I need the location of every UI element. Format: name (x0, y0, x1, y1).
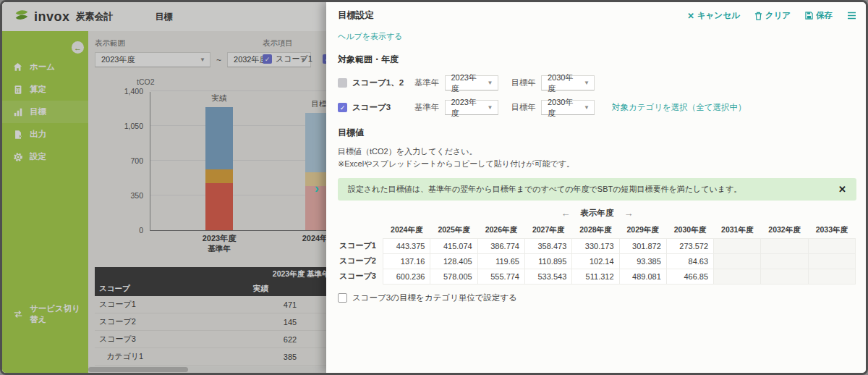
scope12-label: スコープ1、2 (352, 77, 414, 88)
expand-panel-chevron[interactable]: › (315, 182, 319, 195)
target-value-cell[interactable]: 511.312 (572, 269, 619, 284)
sidebar-item-output[interactable]: 出力 (2, 123, 88, 146)
sidebar-item-home[interactable]: ホーム (2, 56, 88, 78)
target-value-cell[interactable]: 110.895 (524, 253, 571, 269)
year-column-header: 2031年度 (714, 223, 761, 239)
year-column-header: 2027年度 (524, 223, 571, 239)
target-value-cell[interactable]: 102.14 (572, 253, 619, 269)
cell-value (301, 296, 326, 313)
chart-content-area: 表示範囲 2023年度 ▼ ~ 2032年度 ▼ 表示項目 (88, 31, 326, 373)
collapse-sidebar-button[interactable]: ← (72, 41, 84, 54)
target-value-cell[interactable]: 119.65 (477, 253, 524, 269)
y-axis-tick: 350 (98, 191, 143, 200)
range-from-select[interactable]: 2023年度 ▼ (95, 52, 210, 67)
target-value-cell[interactable] (714, 269, 761, 284)
year-column-header: 2024年度 (383, 223, 430, 239)
bar-value-label: 実績 (197, 93, 241, 104)
target-value-cell[interactable]: 330.173 (572, 238, 619, 253)
help-link[interactable]: ヘルプを表示する (338, 31, 403, 42)
target-value-cell[interactable]: 533.543 (524, 269, 571, 284)
y-axis-tick: 1,050 (98, 122, 143, 130)
row-label: スコープ1 (95, 296, 221, 313)
target-value-cell[interactable] (761, 269, 808, 284)
sbt-success-banner: 設定された目標値は、基準年の翌年から目標年までのすべての年度でSBTの短期目標要… (338, 178, 856, 201)
gridline (150, 125, 326, 126)
banner-close-icon[interactable]: ✕ (838, 184, 846, 195)
year-nav-right-arrow-icon[interactable]: → (624, 208, 634, 219)
target-value-cell[interactable]: 301.872 (619, 238, 666, 253)
sidebar-item-settings[interactable]: 設定 (2, 146, 88, 168)
row-label: スコープ2 (95, 313, 221, 331)
scope12-target-year-select[interactable]: 2030年度 ▼ (541, 75, 595, 90)
panel-menu-button[interactable] (847, 12, 856, 20)
scope3-category-checkbox[interactable] (338, 293, 347, 303)
sidebar-item-target[interactable]: 目標 (2, 101, 88, 123)
top-navbar: invox 炭素会計 目標 (2, 2, 326, 31)
bar-2024年度: 目標 (305, 91, 326, 230)
sidebar-item-label: 設定 (30, 151, 46, 162)
target-value-cell[interactable]: 415.074 (430, 238, 477, 253)
year-nav-label: 表示年度 (581, 208, 614, 219)
sidebar-item-label: サービス切り替え (30, 303, 88, 325)
target-value-cell[interactable] (808, 269, 855, 284)
scope12-base-year-select[interactable]: 2023年度 ▼ (445, 75, 498, 90)
target-value-cell[interactable] (761, 253, 808, 269)
clear-button[interactable]: クリア (754, 10, 791, 21)
left-region: invox 炭素会計 目標 ← ホーム 算定 (2, 2, 326, 373)
target-value-cell[interactable] (808, 253, 855, 269)
scope1-filter-checkbox[interactable]: ✓ スコープ1 (263, 54, 312, 64)
target-value-cell[interactable]: 273.572 (666, 238, 713, 253)
x-axis-label: 2023年度基準年 (184, 233, 254, 254)
table-row: スコープ3600.236578.005555.774533.543511.312… (338, 269, 856, 284)
sidebar-item-calculation[interactable]: 算定 (2, 78, 88, 101)
corner-cell (338, 223, 383, 239)
bar-segment-スコープ3 (205, 107, 233, 169)
cell-value: 145 (221, 313, 302, 331)
target-value-cell[interactable]: 358.473 (524, 238, 571, 253)
horizontal-scrollbar[interactable] (88, 366, 326, 373)
target-value-cell[interactable]: 489.081 (619, 269, 666, 284)
target-value-cell[interactable] (808, 238, 855, 253)
scrollbar-thumb[interactable] (88, 367, 188, 372)
base-year-label: 基準年 (414, 102, 440, 113)
scope12-checkbox[interactable] (338, 78, 347, 88)
values-table-head: 2024年度2025年度2026年度2027年度2028年度2029年度2030… (338, 223, 856, 239)
target-value-cell[interactable]: 84.63 (666, 253, 713, 269)
sidebar-item-service-switch[interactable]: サービス切り替え (2, 298, 88, 331)
target-value-cell[interactable]: 466.85 (666, 269, 713, 284)
y-axis-tick: 700 (98, 156, 143, 165)
target-value-cell[interactable]: 93.385 (619, 253, 666, 269)
scope3-target-year-select[interactable]: 2030年度 ▼ (541, 100, 595, 115)
brand-logo[interactable]: invox 炭素会計 (14, 7, 114, 26)
select-categories-link[interactable]: 対象カテゴリを選択（全て選択中） (612, 102, 746, 113)
scope3-base-year-select[interactable]: 2023年度 ▼ (445, 100, 498, 115)
caret-down-icon: ▼ (584, 80, 590, 86)
target-value-cell[interactable] (714, 238, 761, 253)
scope-summary-table-wrap: 2023年度 基準年2024年度スコープ実績目標実績目標 スコープ1471443… (95, 267, 326, 373)
summary-group-header (95, 267, 221, 282)
target-value-cell[interactable]: 137.16 (383, 253, 430, 269)
target-value-cell[interactable]: 578.005 (430, 269, 477, 284)
target-value-cell[interactable] (714, 253, 761, 269)
caret-down-icon: ▼ (584, 104, 590, 111)
target-value-cell[interactable]: 600.236 (383, 269, 430, 284)
target-value-cell[interactable]: 443.375 (383, 238, 430, 253)
save-button[interactable]: 保存 (805, 10, 833, 21)
row-label: カテゴリ1 (95, 348, 221, 366)
caret-down-icon: ▼ (200, 56, 205, 63)
gridline (150, 90, 326, 91)
target-value-section-title: 目標値 (338, 127, 856, 139)
scope3-checkbox[interactable]: ✓ (338, 103, 347, 112)
cell-value: 622 (221, 331, 302, 348)
bar-segment-スコープ3 (305, 113, 326, 172)
target-value-cell[interactable]: 386.774 (477, 238, 524, 253)
year-nav-left-arrow-icon[interactable]: ← (561, 208, 571, 219)
bar-segment-スコープ2 (205, 169, 233, 184)
scope-summary-table: 2023年度 基準年2024年度スコープ実績目標実績目標 スコープ1471443… (95, 267, 326, 373)
gear-icon (12, 151, 23, 162)
scope3-category-checkbox-row[interactable]: スコープ3の目標をカテゴリ単位で設定する (338, 292, 856, 303)
target-value-cell[interactable] (761, 238, 808, 253)
target-value-cell[interactable]: 555.774 (477, 269, 524, 284)
cancel-button[interactable]: ✕ キャンセル (687, 10, 740, 21)
target-value-cell[interactable]: 128.405 (430, 253, 477, 269)
